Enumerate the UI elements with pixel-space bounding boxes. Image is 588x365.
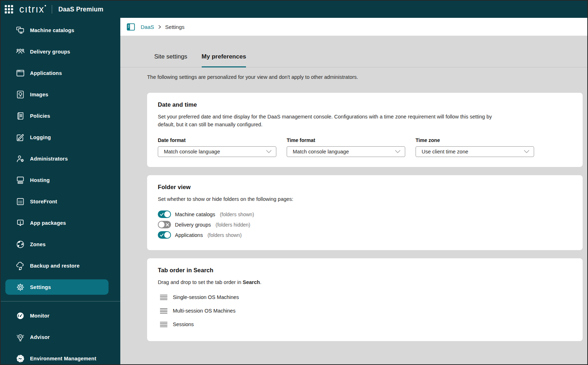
time-zone-select[interactable]: Use client time zone (416, 146, 534, 157)
sidebar-item-images[interactable]: Images (1, 84, 120, 105)
chevron-down-icon (395, 150, 401, 153)
toggle-label: Machine catalogs (175, 212, 215, 217)
date-format-value: Match console language (164, 149, 220, 154)
sidebar-item-backup-and-restore[interactable]: Backup and restore (1, 255, 120, 277)
time-zone-label: Time zone (416, 137, 534, 143)
folder-view-card: Folder view Set whether to show or hide … (147, 175, 583, 250)
sidebar-item-hosting[interactable]: Hosting (1, 169, 120, 191)
environment-management-icon (16, 354, 25, 363)
toggle-state-note: (folders shown) (220, 212, 254, 217)
date-format-select[interactable]: Match console language (158, 146, 276, 157)
toggle-knob (164, 211, 170, 217)
breadcrumb: DaaS Settings (120, 18, 587, 36)
machine-catalogs-icon (16, 26, 25, 35)
policies-icon (16, 111, 25, 121)
chevron-down-icon (266, 150, 272, 153)
citrix-daas-console: cıtrıx DaaS Premium Machine catalogs Del… (0, 0, 588, 365)
citrix-logo: cıtrıx (19, 5, 45, 14)
drag-handle-icon[interactable] (160, 322, 167, 327)
drag-row-sessions[interactable]: Sessions (158, 318, 572, 331)
sidebar-item-machine-catalogs[interactable]: Machine catalogs (1, 20, 120, 41)
sidebar-item-policies[interactable]: Policies (1, 105, 120, 127)
sidebar-item-zones[interactable]: Zones (1, 234, 120, 255)
breadcrumb-link-daas[interactable]: DaaS (141, 24, 154, 30)
check-icon (160, 233, 164, 237)
drag-row-single-session[interactable]: Single-session OS Machines (158, 290, 572, 304)
sidebar-item-label: Backup and restore (30, 263, 80, 269)
sidebar-item-logging[interactable]: Logging (1, 127, 120, 148)
card-description: Drag and drop to set the tab order in Se… (158, 278, 572, 286)
date-format-label: Date format (158, 137, 276, 143)
breadcrumb-chevron-icon (158, 25, 161, 29)
sidebar-item-delivery-groups[interactable]: Delivery groups (1, 41, 120, 62)
machine-catalogs-folders-toggle[interactable] (158, 211, 171, 218)
sidebar-divider (1, 301, 120, 301)
app-launcher-button[interactable] (4, 4, 14, 14)
drag-handle-icon[interactable] (160, 295, 167, 300)
main-area: DaaS Settings Site settings My preferenc… (120, 18, 587, 364)
logging-icon (16, 133, 25, 142)
drag-handle-icon[interactable] (160, 308, 167, 314)
grid-icon (4, 4, 14, 14)
intro-text: The following settings are personalized … (147, 74, 583, 80)
card-description: Set whether to show or hide folders on t… (158, 195, 572, 203)
toggle-knob (164, 232, 170, 238)
date-format-field: Date format Match console language (158, 137, 276, 157)
search-bold: Search (243, 279, 260, 285)
folder-toggles: Machine catalogs (folders shown) Deliver… (158, 209, 572, 240)
sidebar-item-label: Environment Management (30, 356, 96, 361)
search-tab-order-list: Single-session OS Machines Multi-session… (158, 290, 572, 331)
time-format-label: Time format (287, 137, 405, 143)
drag-item-label: Multi-session OS Machines (173, 308, 236, 314)
sidebar-item-environment-management[interactable]: Environment Management (1, 348, 120, 364)
time-format-value: Match console language (293, 149, 349, 154)
delivery-groups-folders-toggle[interactable] (158, 221, 171, 228)
sidebar-item-label: Settings (30, 284, 51, 290)
sidebar-collapse-button[interactable] (126, 22, 135, 31)
sidebar-item-applications[interactable]: Applications (1, 62, 120, 84)
sidebar-item-monitor[interactable]: Monitor (1, 305, 120, 326)
backup-restore-icon (16, 261, 25, 270)
toggle-label: Applications (175, 232, 203, 238)
card-description: Set your preferred date and time display… (158, 113, 509, 128)
images-icon (16, 90, 25, 99)
sidebar-item-label: Applications (30, 70, 62, 76)
date-time-fields: Date format Match console language Time … (158, 137, 572, 157)
sidebar-item-label: Policies (30, 113, 50, 119)
sidebar-item-administrators[interactable]: Administrators (1, 148, 120, 169)
drag-item-label: Sessions (173, 321, 194, 327)
time-format-field: Time format Match console language (287, 137, 405, 157)
sidebar-item-app-packages[interactable]: App packages (1, 212, 120, 234)
sidebar-item-advisor[interactable]: Advisor (1, 326, 120, 348)
sidebar-item-label: StoreFront (30, 199, 57, 204)
sidebar-item-label: Zones (30, 242, 46, 247)
card-title: Tab order in Search (158, 267, 572, 274)
preferences-content: The following settings are personalized … (120, 67, 587, 356)
sidebar-item-label: Advisor (30, 334, 50, 340)
logo-x-dot (45, 5, 46, 6)
time-format-select[interactable]: Match console language (287, 146, 405, 157)
tab-my-preferences[interactable]: My preferences (202, 53, 246, 67)
time-zone-value: Use client time zone (422, 149, 468, 154)
delivery-groups-icon (16, 47, 25, 56)
tab-order-card: Tab order in Search Drag and drop to set… (147, 258, 583, 341)
card-title: Date and time (158, 101, 572, 108)
sidebar-item-storefront[interactable]: StoreFront (1, 191, 120, 212)
toggle-state-note: (folders hidden) (216, 222, 250, 228)
product-title: DaaS Premium (59, 6, 104, 13)
toggle-row-delivery-groups: Delivery groups (folders hidden) (158, 219, 572, 230)
tab-site-settings[interactable]: Site settings (154, 53, 187, 67)
drag-row-multi-session[interactable]: Multi-session OS Machines (158, 304, 572, 318)
top-header: cıtrıx DaaS Premium (1, 1, 587, 18)
toggle-row-machine-catalogs: Machine catalogs (folders shown) (158, 209, 572, 219)
zones-icon (16, 240, 25, 249)
sidebar-item-settings[interactable]: Settings (1, 277, 120, 298)
applications-folders-toggle[interactable] (158, 231, 171, 239)
time-zone-field: Time zone Use client time zone (416, 137, 534, 157)
breadcrumb-current-settings: Settings (165, 24, 185, 30)
sidebar-item-label: Images (30, 92, 48, 97)
settings-gear-icon (16, 283, 25, 292)
app-packages-icon (16, 218, 25, 228)
monitor-gauge-icon (16, 311, 25, 320)
toggle-state-note: (folders shown) (207, 232, 242, 238)
